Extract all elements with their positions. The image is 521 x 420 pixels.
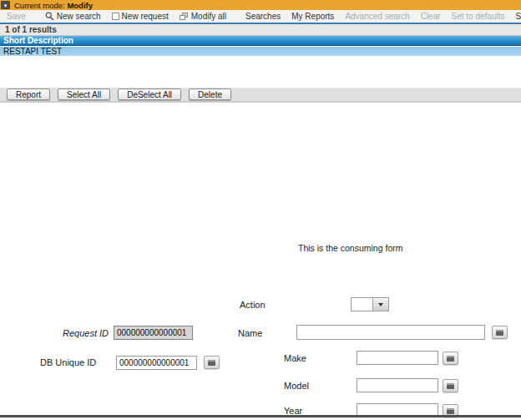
save-button: Save (7, 12, 26, 21)
name-expand-button[interactable] (492, 326, 508, 339)
select-all-button[interactable]: Select All (58, 89, 110, 100)
db-unique-id-expand-button[interactable] (204, 356, 220, 369)
model-expand-button[interactable] (443, 379, 458, 392)
results-count-bar: 1 of 1 results (0, 24, 521, 36)
dropdown-arrow-button[interactable] (372, 298, 388, 311)
results-list-body (0, 56, 521, 88)
new-page-icon (112, 13, 119, 20)
results-column-header[interactable]: Short Description (0, 36, 521, 46)
make-label: Make (284, 353, 306, 363)
expand-box-icon (447, 383, 454, 389)
mode-bar: ▾ Current mode: Modify (0, 0, 521, 10)
copy-icon (180, 13, 189, 21)
expand-box-icon (208, 360, 215, 366)
consuming-form: This is the consuming form (0, 104, 521, 420)
modify-all-button[interactable]: Modify all (180, 12, 226, 21)
result-row-text: RESTAPI TEST (3, 47, 62, 56)
expand-box-icon (496, 330, 503, 336)
mode-value: Modify (67, 1, 93, 10)
expand-box-icon (447, 356, 454, 362)
mode-prefix: Current mode: (14, 1, 65, 10)
chevron-down-icon[interactable]: ▾ (1, 1, 10, 9)
expand-box-icon (447, 408, 454, 414)
result-row[interactable]: RESTAPI TEST (0, 47, 521, 56)
request-id-field[interactable] (114, 326, 193, 340)
make-field[interactable] (357, 351, 438, 365)
chevron-down-icon (378, 303, 383, 306)
mode-text: Current mode: Modify (14, 1, 93, 10)
toolbar: Save New search New request Modify all S… (0, 10, 521, 24)
status-history-button[interactable]: Status history (516, 12, 521, 21)
delete-button[interactable]: Delete (189, 89, 231, 100)
name-field[interactable] (296, 325, 485, 340)
model-field[interactable] (357, 378, 438, 392)
search-icon (45, 12, 54, 21)
clear-button: Clear (421, 12, 441, 21)
make-expand-button[interactable] (443, 352, 458, 365)
new-search-button[interactable]: New search (45, 12, 101, 21)
name-label: Name (238, 328, 262, 338)
action-dropdown-value (352, 298, 372, 311)
deselect-all-button[interactable]: DeSelect All (118, 89, 181, 100)
results-button-bar: Report Select All DeSelect All Delete (0, 88, 521, 103)
application-window: ▾ Current mode: Modify Save New search N… (0, 0, 521, 420)
window-bottom-edge (0, 415, 521, 417)
results-count-text: 1 of 1 results (5, 25, 57, 34)
advanced-search-button: Advanced search (345, 12, 409, 21)
new-request-button[interactable]: New request (112, 12, 169, 21)
action-dropdown[interactable] (351, 297, 389, 311)
db-unique-id-field[interactable] (116, 356, 197, 370)
set-to-defaults-button: Set to defaults (452, 12, 505, 21)
report-button[interactable]: Report (7, 89, 50, 100)
action-label: Action (240, 300, 266, 310)
form-heading: This is the consuming form (298, 243, 402, 253)
db-unique-id-label: DB Unique ID (40, 357, 96, 367)
request-id-label: Request ID (63, 328, 109, 338)
model-label: Model (284, 381, 309, 391)
column-header-label: Short Description (3, 36, 73, 45)
searches-menu[interactable]: Searches (245, 12, 281, 21)
my-reports-menu[interactable]: My Reports (291, 12, 334, 21)
